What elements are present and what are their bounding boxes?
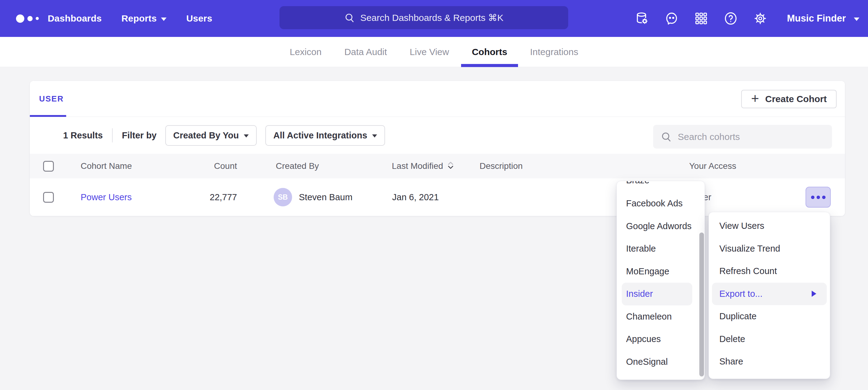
table-header-row: Cohort Name Count Created By Last Modifi…	[30, 154, 845, 178]
submenu-item-insider[interactable]: Insider	[622, 283, 692, 305]
creator-avatar-cell: SB	[274, 178, 292, 216]
sort-icon[interactable]	[443, 160, 454, 172]
chevron-down-icon	[244, 134, 249, 137]
count-cell: 22,777	[184, 178, 237, 216]
plus-icon: +	[751, 91, 759, 106]
menu-item-duplicate[interactable]: Duplicate	[709, 305, 830, 328]
help-icon[interactable]	[724, 11, 738, 26]
section-tabbar: Lexicon Data Audit Live View Cohorts Int…	[0, 37, 868, 67]
cohort-type-header: USER + Create Cohort	[30, 81, 845, 117]
submenu-arrow-icon	[812, 291, 816, 297]
menu-item-refresh-count[interactable]: Refresh Count	[709, 260, 830, 283]
cohort-search-input[interactable]	[678, 132, 826, 142]
apps-grid-icon[interactable]	[694, 11, 708, 26]
submenu-item-iterable[interactable]: Iterable	[617, 237, 705, 260]
tab-integrations[interactable]: Integrations	[530, 37, 578, 67]
header-count: Count	[184, 154, 237, 178]
nav-item-dashboards[interactable]: Dashboards	[48, 13, 101, 24]
row-checkbox-cell	[43, 178, 54, 216]
last-modified-cell: Jan 6, 2021	[392, 178, 439, 216]
feedback-icon[interactable]	[664, 11, 679, 26]
chevron-down-icon	[372, 134, 377, 137]
menu-item-share[interactable]: Share	[709, 350, 830, 373]
menu-item-view-users[interactable]: View Users	[709, 215, 830, 237]
tab-live-view[interactable]: Live View	[410, 37, 449, 67]
header-cohort-name: Cohort Name	[81, 154, 132, 178]
settings-gear-icon[interactable]	[753, 11, 767, 26]
creator-name-cell: Steven Baum	[299, 178, 352, 216]
ellipsis-ring-icon	[811, 196, 814, 199]
primary-nav-links: Dashboards Reports Users	[48, 0, 212, 37]
menu-item-visualize-trend[interactable]: Visualize Trend	[709, 237, 830, 260]
submenu-item-facebook-ads[interactable]: Facebook Ads	[617, 192, 705, 215]
row-more-actions-button[interactable]	[806, 187, 831, 207]
cohorts-card: USER + Create Cohort 1 Results Filter by…	[30, 81, 845, 216]
header-created-by: Created By	[276, 154, 319, 178]
create-cohort-button[interactable]: + Create Cohort	[741, 90, 837, 108]
submenu-item-braze-clipped[interactable]: Braze	[617, 181, 649, 192]
divider	[112, 128, 113, 142]
results-count: 1 Results	[63, 130, 103, 140]
submenu-scrollbar[interactable]	[699, 232, 704, 377]
global-search-placeholder: Search Dashboards & Reports ⌘K	[360, 12, 503, 23]
ellipsis-ring-icon	[822, 196, 826, 199]
select-all-checkbox-cell	[43, 154, 54, 178]
integrations-filter-dropdown[interactable]: All Active Integrations	[265, 125, 385, 146]
menu-item-export-to[interactable]: Export to...	[712, 283, 827, 305]
avatar: SB	[274, 188, 292, 206]
search-icon	[660, 131, 672, 143]
header-last-modified[interactable]: Last Modified	[392, 154, 454, 178]
cohort-name-link[interactable]: Power Users	[81, 192, 132, 202]
project-switcher[interactable]: Music Finder	[787, 13, 859, 24]
project-name: Music Finder	[787, 13, 846, 24]
menu-item-delete[interactable]: Delete	[709, 328, 830, 351]
header-your-access: Your Access	[689, 154, 736, 178]
submenu-item-onesignal[interactable]: OneSignal	[617, 351, 705, 373]
cohort-search-box[interactable]	[653, 125, 832, 149]
chevron-down-icon	[854, 18, 859, 21]
row-checkbox[interactable]	[43, 192, 54, 203]
tab-user-cohorts[interactable]: USER	[39, 81, 64, 117]
submenu-item-google-adwords[interactable]: Google Adwords	[617, 215, 705, 238]
data-settings-icon[interactable]	[635, 11, 649, 26]
nav-item-reports[interactable]: Reports	[121, 13, 166, 24]
submenu-items: Facebook Ads Google Adwords Iterable MoE…	[617, 192, 705, 373]
tab-data-audit[interactable]: Data Audit	[344, 37, 387, 67]
submenu-item-moengage[interactable]: MoEngage	[617, 260, 705, 283]
global-search-input[interactable]: Search Dashboards & Reports ⌘K	[279, 6, 568, 29]
context-menu-items: View Users Visualize Trend Refresh Count…	[709, 215, 830, 373]
submenu-item-chameleon[interactable]: Chameleon	[617, 305, 705, 328]
search-icon	[344, 12, 355, 23]
cohort-name-cell: Power Users	[81, 178, 132, 216]
header-description: Description	[479, 154, 523, 178]
ellipsis-ring-icon	[816, 196, 820, 199]
table-row: Power Users 22,777 SB Steven Baum Jan 6,…	[30, 178, 845, 216]
row-context-menu: View Users Visualize Trend Refresh Count…	[709, 212, 830, 379]
select-all-checkbox[interactable]	[43, 161, 54, 172]
topnav-right-cluster: Music Finder	[635, 0, 859, 37]
cohorts-page: Dashboards Reports Users Search Dashboar…	[0, 0, 868, 390]
created-by-filter-dropdown[interactable]: Created By You	[165, 125, 257, 146]
export-to-submenu: Braze Facebook Ads Google Adwords Iterab…	[617, 181, 705, 380]
nav-item-users[interactable]: Users	[186, 13, 212, 24]
mixpanel-logo-icon[interactable]	[16, 0, 39, 37]
submenu-item-appcues[interactable]: Appcues	[617, 328, 705, 351]
tab-lexicon[interactable]: Lexicon	[290, 37, 321, 67]
tab-cohorts[interactable]: Cohorts	[472, 37, 507, 67]
top-navigation-bar: Dashboards Reports Users Search Dashboar…	[0, 0, 868, 37]
filter-by-label: Filter by	[122, 130, 157, 140]
chevron-down-icon	[161, 18, 166, 21]
filter-bar: 1 Results Filter by Created By You All A…	[30, 117, 845, 154]
